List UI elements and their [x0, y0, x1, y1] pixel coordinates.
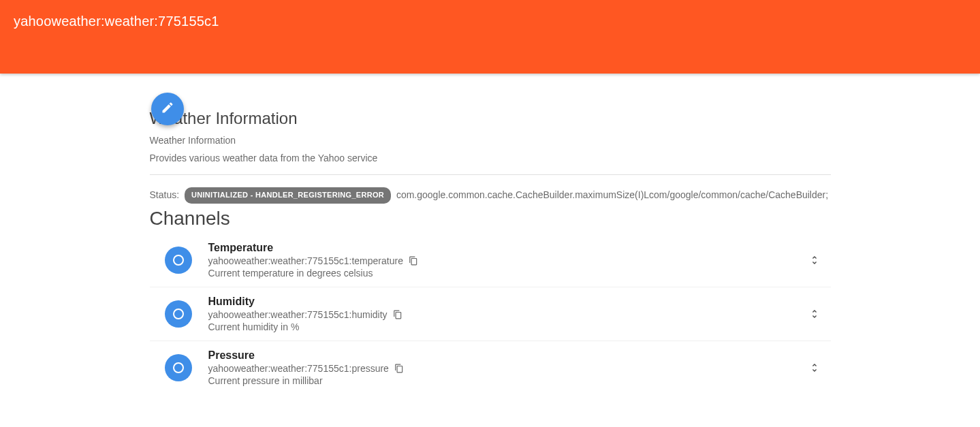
circle-icon: [173, 309, 184, 319]
thing-title: Weather Information: [150, 109, 831, 128]
channel-name: Humidity: [208, 296, 806, 308]
copy-icon[interactable]: [394, 364, 404, 373]
status-line: Status: UNINITIALIZED - HANDLER_REGISTER…: [150, 187, 831, 204]
thing-subtitle: Weather Information: [150, 135, 831, 146]
circle-icon: [173, 255, 184, 266]
channel-description: Current humidity in %: [208, 321, 806, 332]
divider: [150, 174, 831, 175]
channel-body: Humidity yahooweather:weather:775155c1:h…: [208, 296, 806, 332]
copy-icon[interactable]: [409, 256, 418, 266]
main-content: Weather Information Weather Information …: [143, 109, 838, 394]
circle-icon: [173, 362, 184, 373]
channel-id: yahooweather:weather:775155c1:humidity: [208, 309, 388, 320]
channel-description: Current temperature in degrees celsius: [208, 268, 806, 279]
status-badge: UNINITIALIZED - HANDLER_REGISTERING_ERRO…: [185, 187, 391, 204]
channel-list: Temperature yahooweather:weather:775155c…: [150, 234, 831, 394]
channel-name: Pressure: [208, 349, 806, 362]
channel-description: Current pressure in millibar: [208, 375, 806, 386]
pencil-icon: [161, 101, 174, 117]
unfold-icon: [809, 255, 820, 266]
status-label: Status:: [150, 189, 180, 200]
page-title: yahooweather:weather:775155c1: [14, 14, 966, 29]
edit-fab-button[interactable]: [151, 93, 184, 125]
channel-id: yahooweather:weather:775155c1:temperatur…: [208, 255, 403, 266]
expand-toggle[interactable]: [806, 309, 823, 319]
expand-toggle[interactable]: [806, 255, 823, 266]
channel-item-pressure[interactable]: Pressure yahooweather:weather:775155c1:p…: [150, 341, 831, 394]
thing-description: Provides various weather data from the Y…: [150, 153, 831, 163]
expand-toggle[interactable]: [806, 362, 823, 373]
app-header: yahooweather:weather:775155c1: [0, 0, 980, 74]
channel-id: yahooweather:weather:775155c1:pressure: [208, 363, 389, 374]
copy-icon[interactable]: [393, 310, 402, 319]
channel-item-temperature[interactable]: Temperature yahooweather:weather:775155c…: [150, 234, 831, 287]
channels-heading: Channels: [150, 208, 831, 230]
unfold-icon: [809, 362, 820, 373]
channel-avatar: [165, 300, 192, 328]
channel-body: Temperature yahooweather:weather:775155c…: [208, 242, 806, 279]
channel-body: Pressure yahooweather:weather:775155c1:p…: [208, 349, 806, 386]
channel-name: Temperature: [208, 242, 806, 254]
channel-avatar: [165, 247, 192, 274]
channel-avatar: [165, 354, 192, 381]
status-message: com.google.common.cache.CacheBuilder.max…: [396, 189, 828, 200]
unfold-icon: [809, 309, 820, 319]
channel-item-humidity[interactable]: Humidity yahooweather:weather:775155c1:h…: [150, 287, 831, 341]
